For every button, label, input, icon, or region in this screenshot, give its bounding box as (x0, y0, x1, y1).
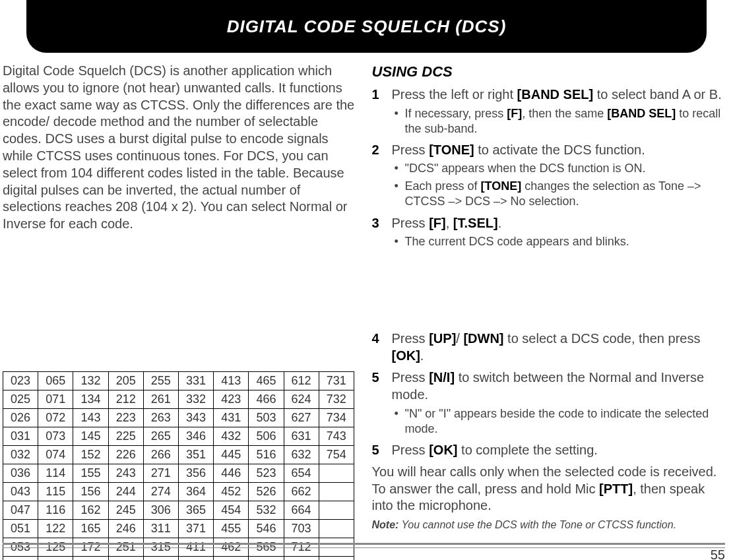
content-columns: Digital Code Squelch (DCS) is another ap… (0, 63, 733, 540)
table-cell: 116 (38, 501, 73, 520)
table-cell: 331 (178, 371, 213, 390)
table-cell: 412 (178, 557, 213, 560)
table-cell: 244 (108, 483, 143, 501)
t: Press (392, 443, 430, 457)
step-number: 2 (372, 142, 379, 159)
table-cell: 523 (249, 464, 284, 483)
table-cell (319, 483, 354, 501)
table-cell: 632 (284, 446, 319, 464)
table-cell: 516 (249, 446, 284, 464)
step-text: . (498, 216, 502, 230)
step-5a: 5 Press [N/I] to switch between the Norm… (372, 369, 726, 436)
step-4: 4 Press [UP]/ [DWN] to select a DCS code… (372, 330, 726, 364)
table-row: 026072143223263343431503627734 (3, 409, 354, 427)
t: "DCS" appears when the DCS function is O… (405, 162, 646, 175)
table-cell: 274 (143, 483, 178, 501)
t: [N/I] (429, 370, 455, 385)
table-cell: 532 (249, 501, 284, 520)
table-cell (319, 557, 354, 560)
table-cell: 311 (143, 520, 178, 538)
table-cell: 431 (214, 409, 249, 427)
t: Each press of (405, 179, 481, 193)
table-cell: 134 (73, 390, 108, 409)
table-cell: 734 (319, 409, 354, 427)
sub-list: If necessary, press [F], then the same [… (392, 106, 726, 137)
table-cell: 526 (249, 483, 284, 501)
table-cell: 252 (108, 557, 143, 560)
step-2: 2 Press [TONE] to activate the DCS funct… (372, 142, 726, 210)
table-cell: 065 (38, 371, 73, 390)
table-cell: 036 (3, 464, 38, 483)
sub-item: "DCS" appears when the DCS function is O… (392, 161, 726, 176)
step-text: to activate the DCS function. (474, 142, 645, 157)
table-cell: 364 (178, 483, 213, 501)
table-cell: 051 (3, 520, 38, 538)
table-cell: 156 (73, 483, 108, 501)
sub-item: The current DCS code appears and blinks. (392, 234, 726, 249)
t: [F] (507, 107, 522, 120)
table-cell: 662 (284, 483, 319, 501)
left-column: Digital Code Squelch (DCS) is another ap… (3, 63, 356, 540)
t: [DWN] (463, 331, 503, 346)
table-cell: 466 (249, 390, 284, 409)
step-number: 4 (372, 330, 379, 348)
step-number: 1 (372, 86, 379, 104)
t: "N" or "I" appears beside the code to in… (405, 407, 709, 435)
table-cell: 446 (214, 464, 249, 483)
table-cell: 043 (3, 483, 38, 501)
t: If necessary, press (405, 107, 507, 120)
table-cell: 654 (284, 464, 319, 483)
table-cell: 245 (108, 501, 143, 520)
note-paragraph: Note: You cannot use the DCS with the To… (372, 518, 726, 531)
step-bold: [T.SEL] (453, 216, 498, 230)
table-cell: 627 (284, 409, 319, 427)
table-cell: 343 (178, 409, 213, 427)
table-cell (319, 464, 354, 483)
t: to select a DCS code, then press (504, 331, 701, 346)
table-cell: 723 (284, 557, 319, 560)
step-number: 5 (372, 442, 379, 459)
note-text: You cannot use the DCS with the Tone or … (398, 519, 676, 530)
vertical-gap (372, 255, 726, 330)
table-cell: 205 (108, 371, 143, 390)
table-cell (319, 520, 354, 538)
table-cell: 445 (214, 446, 249, 464)
t: / (456, 331, 463, 346)
t: The current DCS code appears and blinks. (405, 235, 629, 248)
table-cell: 073 (38, 427, 73, 446)
table-row: 054131174252325412464606723 (3, 557, 354, 560)
t: [UP] (429, 331, 456, 346)
table-row: 032074152226266351445516632754 (3, 446, 354, 464)
step-text: Press (392, 142, 430, 157)
table-cell: 143 (73, 409, 108, 427)
sub-item: If necessary, press [F], then the same [… (392, 106, 726, 137)
step-5b: 5 Press [OK] to complete the setting. (372, 442, 726, 459)
table-cell: 072 (38, 409, 73, 427)
dcs-codes-table: 0230651322052553314134656127310250711342… (3, 371, 354, 560)
table-cell: 365 (178, 501, 213, 520)
page-root: DIGITAL CODE SQUELCH (DCS) Digital Code … (0, 0, 733, 560)
table-cell: 074 (38, 446, 73, 464)
table-cell: 332 (178, 390, 213, 409)
t: , then the same (522, 107, 607, 120)
note-label: Note: (372, 519, 399, 530)
t: [OK] (429, 443, 457, 457)
table-row: 047116162245306365454532664 (3, 501, 354, 520)
header-plate: DIGITAL CODE SQUELCH (DCS) (26, 0, 707, 53)
table-cell: 546 (249, 520, 284, 538)
t: [BAND SEL] (607, 107, 676, 120)
table-row: 051122165246311371455546703 (3, 520, 354, 538)
table-cell: 026 (3, 409, 38, 427)
table-cell: 455 (214, 520, 249, 538)
steps-list-lower: 4 Press [UP]/ [DWN] to select a DCS code… (372, 330, 726, 458)
t: Press (392, 370, 430, 385)
table-cell: 263 (143, 409, 178, 427)
table-cell: 351 (178, 446, 213, 464)
table-cell: 452 (214, 483, 249, 501)
step-1: 1 Press the left or right [BAND SEL] to … (372, 86, 726, 137)
table-cell: 132 (73, 371, 108, 390)
table-cell: 271 (143, 464, 178, 483)
table-cell: 506 (249, 427, 284, 446)
t: . (420, 348, 424, 363)
table-cell: 703 (284, 520, 319, 538)
